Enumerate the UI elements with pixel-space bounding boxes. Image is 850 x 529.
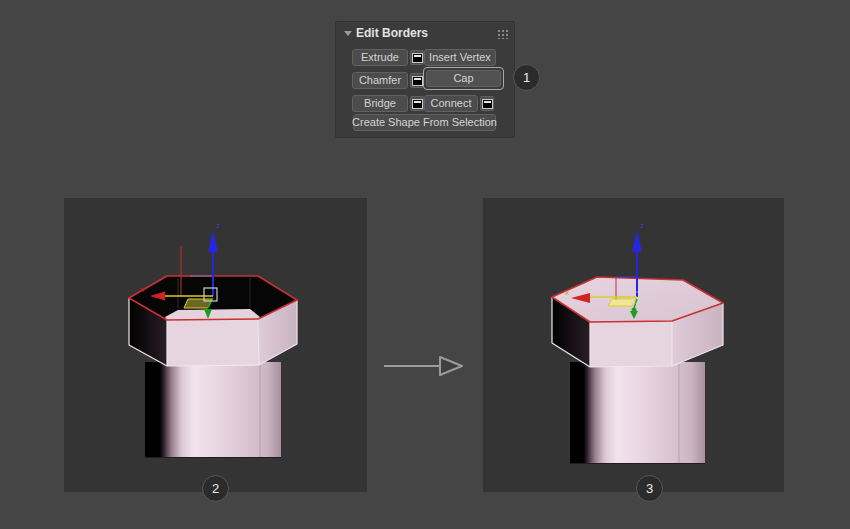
step-badge-1: 1 — [513, 64, 540, 91]
grip-dots-icon[interactable] — [497, 29, 508, 39]
gizmo-z-arrowhead — [208, 230, 218, 252]
viewport-after: z x — [483, 198, 784, 492]
bolt-model-capped — [552, 277, 723, 464]
scene-before: z x — [64, 198, 367, 492]
edit-borders-rollout: Edit Borders Extrude Insert Vertex Chamf… — [335, 21, 515, 138]
collapse-triangle-icon — [344, 31, 352, 36]
rollout-header[interactable]: Edit Borders — [336, 22, 514, 44]
z-axis-label: z — [216, 221, 220, 230]
connect-button[interactable]: Connect — [424, 95, 478, 112]
x-axis-label: x — [140, 285, 144, 294]
z-axis-label: z — [640, 221, 644, 230]
viewport-before: z x — [64, 198, 367, 492]
cap-button[interactable]: Cap — [426, 70, 501, 87]
settings-box-icon — [412, 99, 423, 109]
create-shape-from-selection-button[interactable]: Create Shape From Selection — [353, 114, 496, 131]
x-axis-label: x — [565, 288, 569, 297]
step-badge-2: 2 — [202, 475, 229, 502]
insert-vertex-button[interactable]: Insert Vertex — [424, 49, 496, 66]
rollout-title: Edit Borders — [356, 26, 428, 40]
connect-settings-button[interactable] — [480, 96, 494, 111]
tutorial-canvas: Edit Borders Extrude Insert Vertex Chamf… — [0, 0, 850, 529]
chamfer-settings-button[interactable] — [410, 73, 424, 88]
settings-box-icon — [482, 99, 493, 109]
scene-after: z x — [483, 198, 784, 492]
settings-box-icon — [412, 53, 423, 63]
chamfer-button[interactable]: Chamfer — [352, 72, 408, 89]
gizmo-z-arrowhead — [632, 230, 642, 252]
bridge-settings-button[interactable] — [410, 96, 424, 111]
step-badge-3: 3 — [636, 475, 663, 502]
gizmo-xy-plane-handle — [184, 299, 212, 308]
settings-box-icon — [412, 76, 423, 86]
extrude-button[interactable]: Extrude — [352, 49, 408, 66]
bolt-model-open — [129, 276, 297, 458]
bridge-button[interactable]: Bridge — [352, 95, 408, 112]
cap-button-highlight: Cap — [423, 67, 504, 90]
extrude-settings-button[interactable] — [410, 50, 424, 65]
transition-arrow-icon — [383, 355, 465, 377]
